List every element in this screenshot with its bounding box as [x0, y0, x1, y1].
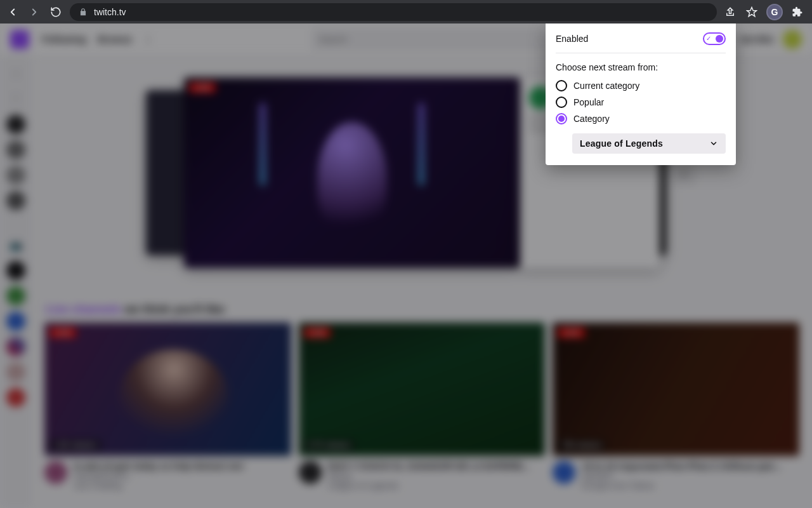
check-icon: ✓ [706, 36, 711, 42]
selected-category: League of Legends [580, 138, 663, 149]
chevron-down-icon [709, 139, 718, 148]
back-button[interactable] [5, 4, 20, 20]
extensions-puzzle-icon[interactable] [790, 5, 804, 19]
category-select[interactable]: League of Legends [572, 133, 726, 154]
lock-icon [79, 8, 88, 17]
extension-badge[interactable]: G [766, 4, 783, 20]
option-current-category[interactable]: Current category [556, 77, 726, 94]
radio-icon [556, 80, 567, 91]
reload-button[interactable] [48, 4, 63, 20]
share-icon[interactable] [723, 5, 737, 19]
option-label: Current category [573, 81, 639, 91]
option-label: Category [573, 114, 610, 124]
enabled-toggle[interactable]: ✓ [703, 32, 726, 45]
forward-button[interactable] [27, 4, 42, 20]
radio-icon [556, 97, 567, 108]
option-category[interactable]: Category [556, 110, 726, 127]
radio-icon [556, 113, 567, 124]
svg-marker-0 [747, 7, 757, 16]
option-popular[interactable]: Popular [556, 94, 726, 110]
page-viewport: Following Browse ⋮ Search Get Bits → ♡ [0, 23, 812, 508]
bookmark-star-icon[interactable] [745, 5, 759, 19]
address-bar[interactable]: twitch.tv [70, 3, 717, 21]
extension-popup: Enabled ✓ Choose next stream from: Curre… [546, 23, 736, 165]
choose-stream-label: Choose next stream from: [556, 62, 726, 72]
enabled-label: Enabled [556, 34, 588, 44]
url-text: twitch.tv [94, 7, 126, 17]
option-label: Popular [573, 97, 604, 107]
extension-badge-letter: G [771, 7, 778, 17]
browser-toolbar: twitch.tv G [0, 0, 812, 23]
